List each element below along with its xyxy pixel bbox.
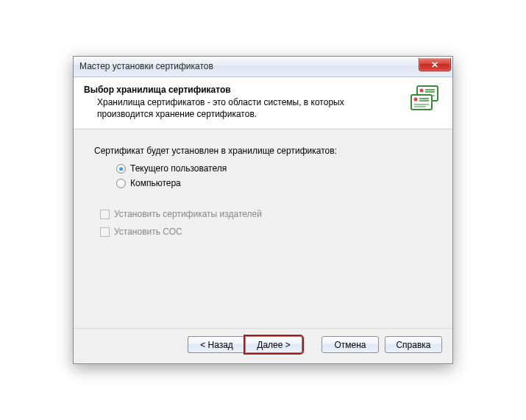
radio-group-store: Текущего пользователя Компьютера: [94, 163, 432, 188]
radio-current-user[interactable]: Текущего пользователя: [116, 163, 432, 174]
svg-rect-6: [411, 95, 432, 110]
cancel-button[interactable]: Отмена: [321, 336, 379, 353]
prompt-text: Сертификат будет установлен в хранилище …: [94, 146, 432, 156]
radio-icon: [116, 164, 126, 174]
checkbox-publishers: Установить сертификаты издателей: [100, 209, 432, 219]
svg-point-1: [420, 88, 424, 92]
svg-point-7: [414, 97, 418, 101]
header-title: Выбор хранилища сертификатов: [84, 85, 404, 95]
help-button[interactable]: Справка: [385, 336, 442, 353]
nav-button-group: < Назад Далее >: [188, 336, 302, 353]
checkbox-label: Установить СОС: [114, 227, 182, 237]
radio-label: Текущего пользователя: [130, 163, 227, 174]
back-button[interactable]: < Назад: [188, 336, 245, 353]
checkbox-label: Установить сертификаты издателей: [114, 209, 262, 219]
header-panel: Выбор хранилища сертификатов Хранилища с…: [74, 77, 452, 129]
checkbox-group: Установить сертификаты издателей Установ…: [94, 209, 432, 237]
checkbox-icon: [100, 227, 110, 237]
titlebar: Мастер установки сертификатов ✕: [74, 57, 452, 77]
body-panel: Сертификат будет установлен в хранилище …: [74, 129, 452, 328]
radio-label: Компьютера: [130, 178, 181, 188]
close-icon: ✕: [431, 60, 438, 69]
wizard-dialog: Мастер установки сертификатов ✕ Выбор хр…: [73, 56, 453, 364]
header-text: Выбор хранилища сертификатов Хранилища с…: [84, 85, 404, 120]
spacer: [308, 336, 316, 353]
checkbox-icon: [100, 210, 110, 219]
header-description: Хранилища сертификатов - это области сис…: [84, 96, 404, 120]
dialog-title: Мастер установки сертификатов: [79, 61, 213, 71]
certificate-icon: [410, 85, 442, 114]
next-button[interactable]: Далее >: [245, 336, 302, 353]
radio-computer[interactable]: Компьютера: [116, 178, 432, 188]
radio-icon: [116, 179, 126, 188]
close-button[interactable]: ✕: [419, 58, 451, 71]
footer-panel: < Назад Далее > Отмена Справка: [74, 328, 452, 363]
checkbox-coc: Установить СОС: [100, 227, 432, 237]
